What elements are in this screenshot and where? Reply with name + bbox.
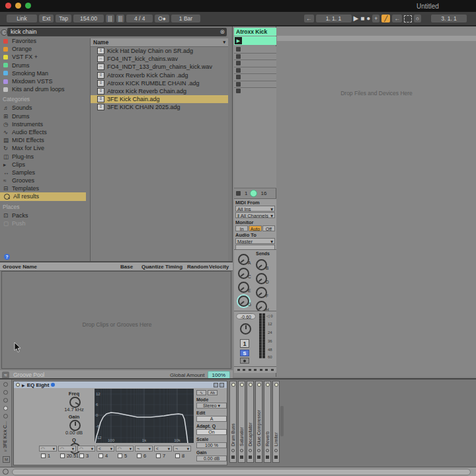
sidebar-item-kits-and-drum-loops[interactable]: Kits and drum loops xyxy=(0,85,86,93)
scale-field[interactable]: 100 % xyxy=(196,442,227,448)
band-enable-checkbox[interactable] xyxy=(79,454,84,458)
device-activator-icon[interactable] xyxy=(16,383,20,387)
device-activator-icon[interactable] xyxy=(257,383,261,387)
device-drum-buss[interactable]: Drum Buss xyxy=(229,381,237,463)
monitor-in-button[interactable]: In xyxy=(235,225,248,231)
clip-stop-icon[interactable] xyxy=(236,82,241,87)
device-scrollbar[interactable] xyxy=(280,406,284,436)
spectrum-toggle-button[interactable]: ∿ xyxy=(196,390,206,395)
sidebar-item-push[interactable]: ▢Push xyxy=(0,219,86,227)
column-quantize[interactable]: Quantize xyxy=(141,264,164,270)
adapt-q-button[interactable]: On xyxy=(196,429,227,435)
sidebar-item-all-results[interactable]: All results xyxy=(0,192,86,200)
record-button[interactable]: ● xyxy=(366,15,370,22)
ext-button[interactable]: Ext xyxy=(39,15,54,22)
band-filter-chooser[interactable]: ¬▾ xyxy=(173,446,191,452)
hot-swap-icon[interactable] xyxy=(51,383,55,387)
status-circle-icon[interactable] xyxy=(3,469,9,475)
band-filter-chooser[interactable]: ◠▾ xyxy=(58,446,76,452)
map-mode-icon[interactable]: M xyxy=(3,456,10,463)
chain-circle-icon-active[interactable] xyxy=(3,406,8,411)
overdub-button[interactable]: + xyxy=(372,15,379,22)
band-filter-chooser[interactable]: <▾ xyxy=(154,446,172,452)
session-record-box-icon[interactable] xyxy=(404,15,412,22)
band-filter-chooser[interactable]: <▾ xyxy=(97,446,114,452)
sidebar-item-drums[interactable]: ⊞Drums xyxy=(0,112,86,120)
close-window-button[interactable] xyxy=(5,3,11,9)
column-base[interactable]: Base xyxy=(120,264,133,270)
monitor-off-button[interactable]: Off xyxy=(262,225,275,231)
minimize-window-button[interactable] xyxy=(15,3,21,9)
crossfade-row[interactable] xyxy=(234,366,276,373)
device-saturator[interactable]: Saturator xyxy=(238,381,245,463)
file-row[interactable]: ↔FO4_INDT_133_drum_chains_kick.wav xyxy=(91,63,228,71)
hot-swap-icon[interactable] xyxy=(257,449,260,452)
band-enable-checkbox[interactable] xyxy=(137,454,141,458)
clip-stop-icon[interactable] xyxy=(236,89,241,93)
hot-swap-icon[interactable] xyxy=(231,449,235,452)
eq-curve-display[interactable]: 12 6 0 -6 -12 100 1k 10k xyxy=(95,389,194,443)
fold-triangle-icon[interactable]: ▶ xyxy=(22,383,25,387)
sidebar-item-drums-collection[interactable]: Drums xyxy=(0,61,86,69)
metronome2-icon[interactable]: ||| xyxy=(116,15,125,22)
save-preset-icon[interactable] xyxy=(266,456,269,459)
file-list-header[interactable]: Name ▾ xyxy=(91,38,228,47)
filter-chevron-icon[interactable]: ▾ xyxy=(223,40,225,45)
wrench-icon[interactable] xyxy=(214,383,218,387)
clip-slot[interactable] xyxy=(234,54,276,61)
file-row[interactable]: ↔FO4_INT_kick_chains.wav xyxy=(91,55,228,63)
hot-swap-icon[interactable] xyxy=(274,449,278,452)
search-input[interactable] xyxy=(7,28,227,36)
device-decapitator[interactable]: Decapitator xyxy=(247,381,254,463)
save-preset-icon[interactable] xyxy=(274,456,278,459)
file-row[interactable]: ≡Atroxx Reverb Kick Chain .adg xyxy=(91,71,228,79)
clip-stop-icon[interactable] xyxy=(236,61,241,65)
device-title-bar[interactable]: ▶ EQ Eight xyxy=(14,381,227,388)
band-enable-checkbox[interactable] xyxy=(60,454,65,458)
tap-button[interactable]: Tap xyxy=(56,15,71,22)
sidebar-item-templates[interactable]: ⊟Templates xyxy=(0,184,86,192)
device-glue-compressor[interactable]: Glue Compressor xyxy=(255,381,262,463)
band-enable-checkbox[interactable] xyxy=(99,454,103,458)
band-enable-checkbox[interactable] xyxy=(175,454,180,458)
band-filter-chooser[interactable]: ◠▾ xyxy=(77,446,95,452)
search-clear-icon[interactable]: ⊗ xyxy=(219,28,225,35)
sidebar-item-vst-fx[interactable]: VST FX + xyxy=(0,53,86,61)
draw-mode-button[interactable]: ╱ xyxy=(381,15,390,22)
track-title[interactable]: Atroxx Kick xyxy=(234,28,276,36)
name-column-header[interactable]: Name xyxy=(93,39,223,46)
sidebar-item-midi-effects[interactable]: ▤MIDI Effects xyxy=(0,136,86,144)
sidebar-item-sounds[interactable]: ♬Sounds xyxy=(0,104,86,112)
save-preset-icon[interactable] xyxy=(249,456,252,459)
sidebar-item-smoking-man[interactable]: Smoking Man xyxy=(0,69,86,77)
device-activator-icon[interactable] xyxy=(266,383,270,387)
sidebar-item-clips[interactable]: ▸Clips xyxy=(0,161,86,169)
gain-value[interactable]: 0.00 dB xyxy=(55,430,93,436)
save-preset-icon[interactable] xyxy=(219,383,224,387)
band-filter-chooser[interactable]: ¬▾ xyxy=(135,446,153,452)
band-filter-chooser[interactable]: ◠▾ xyxy=(116,446,134,452)
stop-all-icon[interactable] xyxy=(236,191,241,196)
sidebar-item-plug-ins[interactable]: ◫Plug-Ins xyxy=(0,152,86,160)
audio-to-chooser[interactable]: Master▾ xyxy=(235,238,275,244)
column-velocity[interactable]: Velocity xyxy=(209,264,229,270)
time-signature[interactable]: 4 / 4 xyxy=(126,15,153,22)
tempo-display[interactable]: 154.00 xyxy=(73,15,104,22)
clip-stop-icon[interactable] xyxy=(236,54,241,59)
groove-pool-drop-area[interactable]: Drop Clips or Grooves Here xyxy=(1,271,231,369)
volume-display[interactable]: -0.60 xyxy=(236,313,256,319)
midi-from-chooser[interactable]: All Ins▾ xyxy=(235,206,275,212)
save-preset-icon[interactable] xyxy=(257,456,260,459)
band-filter-chooser[interactable]: ◠▾ xyxy=(39,446,57,452)
grooves-icon[interactable]: ≈ xyxy=(3,448,9,453)
hot-swap-icon[interactable] xyxy=(240,449,243,452)
freq-value[interactable]: 14.7 kHz xyxy=(55,407,93,413)
file-row[interactable]: ≡Kick Hat Delay Chain on SR.adg xyxy=(91,47,228,55)
save-preset-icon[interactable] xyxy=(240,456,243,459)
device-reverb[interactable]: Reverb xyxy=(264,381,271,463)
chain-circle-icon[interactable] xyxy=(3,390,8,395)
play-button[interactable]: ▶ xyxy=(354,15,359,22)
device-activator-icon[interactable] xyxy=(240,383,244,387)
save-preset-icon[interactable] xyxy=(231,456,235,459)
clip-slot[interactable] xyxy=(234,67,276,75)
